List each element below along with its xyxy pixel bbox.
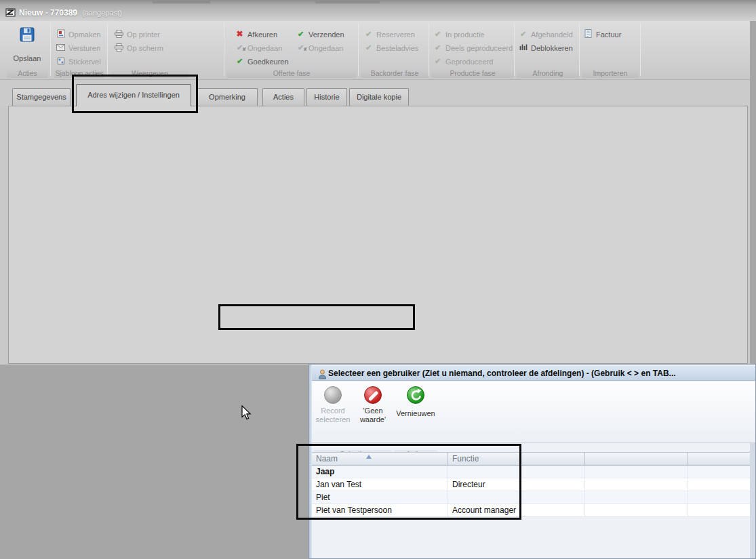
- undo-check-icon: ✔✘: [235, 44, 245, 51]
- dialog-scrollbar-strip[interactable]: [750, 443, 755, 558]
- red-x-icon: ✖: [235, 30, 245, 38]
- record-selecteren-button: Recordselecteren: [314, 385, 352, 432]
- gray-check-icon: ✔: [363, 44, 374, 51]
- green-check-icon: ✔: [235, 58, 245, 65]
- table-cell[interactable]: [585, 504, 688, 517]
- mouse-cursor: [241, 405, 252, 420]
- background-window-remnant: [153, 1, 210, 3]
- tab-digitale-kopie[interactable]: Digitale kopie: [349, 88, 409, 106]
- stickervel-button: Stickervel: [56, 56, 101, 66]
- ribbon-separator: [224, 23, 224, 76]
- column-header-empty[interactable]: [688, 452, 751, 465]
- title-bar: Nieuw - 770389 (aangepast): [0, 5, 756, 21]
- ribbon-separator: [50, 23, 51, 76]
- refresh-icon: [407, 386, 424, 404]
- opmaken-button: Opmaken: [56, 29, 101, 39]
- ribbon-separator: [358, 23, 359, 76]
- tab-historie[interactable]: Historie: [306, 88, 347, 106]
- gray-check-icon: ✔: [518, 30, 528, 38]
- geen-waarde-button[interactable]: 'Geenwaarde': [354, 385, 392, 432]
- afgehandeld-button: ✔ Afgehandeld: [518, 29, 573, 39]
- in-productie-button: ✔ In productie: [433, 29, 484, 39]
- green-check-icon: ✔: [296, 30, 306, 38]
- ribbon: Opslaan Acties Opmaken Versturen Sticker…: [0, 21, 750, 80]
- ribbon-group-backorder-fase: Backorder fase: [361, 69, 429, 78]
- gray-check-icon: ✔: [433, 58, 443, 65]
- undo-check-icon: ✔✘: [296, 44, 306, 51]
- geproduceerd-button: ✔ Geproduceerd: [433, 56, 493, 66]
- ribbon-separator: [514, 23, 515, 76]
- goedkeuren-button[interactable]: ✔ Goedkeuren: [235, 56, 289, 66]
- annotation-box-table: [296, 444, 521, 520]
- versturen-button: Versturen: [56, 43, 100, 53]
- table-cell[interactable]: [688, 504, 751, 517]
- ribbon-separator: [640, 23, 641, 76]
- ribbon-group-importeren: Importeren: [582, 69, 639, 78]
- table-cell[interactable]: [585, 465, 688, 478]
- ribbon-group-productie-fase: Productie fase: [431, 69, 514, 78]
- afkeuren-button[interactable]: ✖ Afkeuren: [235, 29, 277, 39]
- ribbon-group-acties: Acties: [7, 69, 48, 78]
- background-window-remnant: [315, 1, 380, 3]
- besteladvies-button: ✔ Besteladvies: [363, 43, 418, 53]
- unlock-comb-icon: [518, 43, 528, 52]
- dialog-title-bar: Selecteer een gebruiker (Ziet u niemand,…: [312, 366, 755, 381]
- printer-icon: [114, 43, 124, 53]
- envelope-icon: [56, 44, 66, 52]
- dialog-title: Selecteer een gebruiker (Ziet u niemand,…: [328, 369, 676, 378]
- column-header-empty[interactable]: [585, 452, 688, 465]
- screen: Nieuw - 770389 (aangepast) Opslaan Actie…: [0, 0, 756, 559]
- printer-icon: [114, 30, 124, 39]
- floppy-disk-icon: [19, 26, 35, 43]
- verzenden-button[interactable]: ✔ Verzenden: [296, 29, 344, 39]
- table-cell[interactable]: [688, 478, 751, 491]
- deels-geproduceerd-button: ✔ Deels geproduceerd: [433, 43, 513, 53]
- op-scherm-button: Op scherm: [114, 43, 163, 53]
- table-cell[interactable]: [688, 491, 751, 504]
- invoice-document-icon: [583, 29, 593, 39]
- sticker-sheet-icon: [56, 57, 66, 66]
- save-button-label: Opslaan: [8, 54, 46, 62]
- document-edit-icon: [56, 29, 66, 39]
- person-icon: [318, 369, 327, 379]
- table-cell[interactable]: [585, 478, 688, 491]
- ongedaan-button: ✔✘ Ongedaan: [296, 43, 343, 53]
- tab-acties[interactable]: Acties: [262, 88, 304, 106]
- annotation-box-tab: [72, 75, 198, 113]
- no-value-icon: [364, 386, 382, 404]
- app-icon: [5, 7, 17, 18]
- window-title: Nieuw - 770389: [19, 8, 77, 18]
- reserveren-button: ✔ Reserveren: [363, 29, 415, 39]
- table-cell[interactable]: [585, 491, 688, 504]
- dialog-toolbar: Recordselecteren 'Geenwaarde' Vernieuwen…: [312, 381, 755, 443]
- ongedaan-button: ✔✘ Ongedaan: [235, 43, 282, 53]
- gray-check-icon: ✔: [363, 30, 374, 38]
- record-select-icon: [324, 386, 342, 404]
- table-cell[interactable]: [688, 465, 751, 478]
- ribbon-separator: [579, 23, 580, 76]
- factuur-button[interactable]: Factuur: [583, 29, 621, 39]
- ribbon-separator: [429, 23, 429, 76]
- gray-check-icon: ✔: [433, 44, 443, 51]
- annotation-box-accountmanager: [218, 304, 415, 330]
- ribbon-group-afronding: Afronding: [517, 69, 579, 78]
- gray-check-icon: ✔: [433, 30, 443, 38]
- deblokkeren-button[interactable]: Deblokkeren: [518, 43, 573, 53]
- ribbon-separator: [107, 23, 108, 76]
- ribbon-group-offerte-fase: Offerte fase: [226, 69, 357, 78]
- op-printer-button: Op printer: [114, 29, 160, 39]
- save-button[interactable]: Opslaan: [8, 24, 46, 68]
- vernieuwen-button[interactable]: Vernieuwen: [394, 385, 437, 432]
- tab-stamgegevens[interactable]: Stamgegevens: [12, 88, 71, 106]
- window-title-suffix: (aangepast): [82, 9, 122, 17]
- tab-opmerking[interactable]: Opmerking: [197, 88, 258, 106]
- background-strip: [0, 0, 756, 5]
